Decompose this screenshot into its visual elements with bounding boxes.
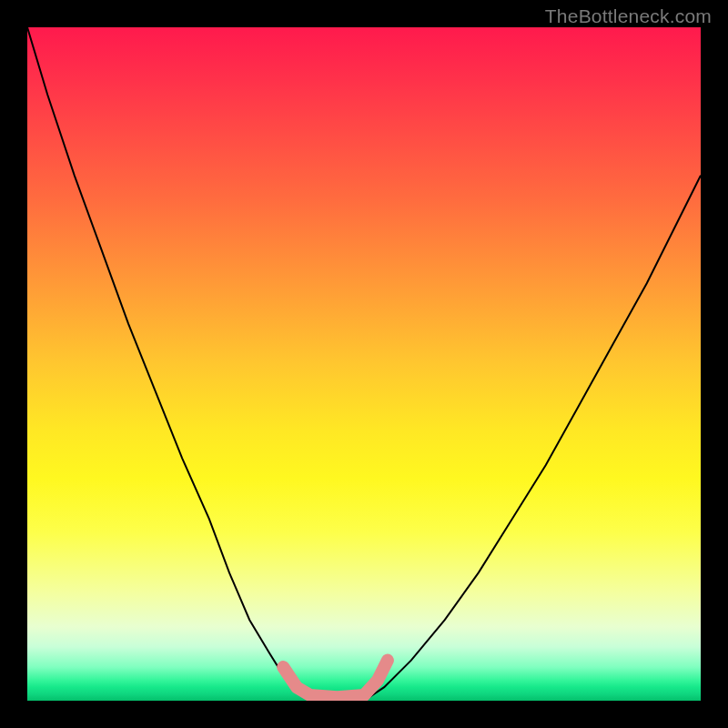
series-bottom-marker: [283, 661, 388, 698]
watermark-text: TheBottleneck.com: [545, 5, 712, 27]
series-left-curve: [27, 27, 310, 701]
chart-plot-area: [27, 27, 701, 701]
chart-svg: [27, 27, 701, 701]
series-right-curve: [364, 176, 701, 701]
